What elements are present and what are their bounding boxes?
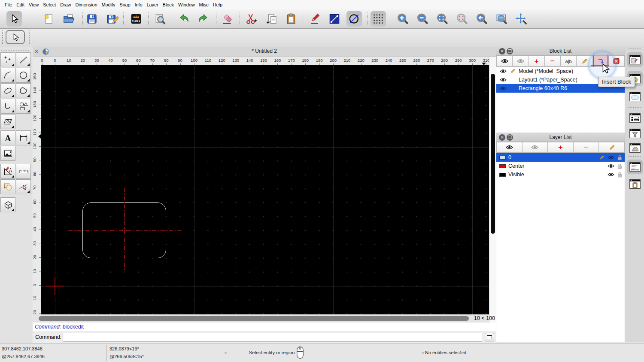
dimension-tool[interactable]	[16, 130, 31, 145]
new-document-button[interactable]	[41, 11, 56, 27]
rename-block-button[interactable]: a|b	[561, 56, 577, 66]
grid-toggle-button[interactable]	[371, 11, 386, 27]
hide-all-layers-button[interactable]	[522, 142, 548, 153]
drawing-canvas[interactable]	[41, 65, 489, 314]
menu-edit[interactable]: Edit	[16, 2, 24, 7]
save-button[interactable]	[84, 11, 100, 27]
ruler-label: 270	[427, 58, 434, 63]
layer-color-swatch[interactable]	[499, 173, 506, 177]
selection-panel-toggle[interactable]	[627, 89, 643, 104]
command-line-toggle[interactable]	[627, 160, 643, 174]
layer-row-visible[interactable]: Visible	[496, 170, 625, 179]
lock-icon[interactable]	[617, 172, 622, 178]
menu-layer[interactable]: Layer	[147, 2, 158, 7]
misc-draw-tool[interactable]	[0, 164, 15, 179]
line-tool[interactable]	[16, 52, 31, 67]
auto-zoom-button[interactable]	[434, 11, 450, 27]
draw-point-button[interactable]	[307, 11, 323, 27]
block-list-toggle[interactable]	[627, 111, 643, 125]
pattern-panel-toggle[interactable]	[627, 141, 643, 155]
modify-trim-tool[interactable]	[16, 179, 31, 194]
paste-button[interactable]	[283, 11, 299, 27]
line-tool-button[interactable]	[327, 11, 342, 27]
selection-filter-toggle[interactable]	[627, 126, 643, 141]
menu-view[interactable]: View	[29, 2, 39, 7]
ellipse-tool[interactable]	[0, 83, 15, 98]
ruler-label: 240	[386, 58, 392, 63]
vertical-scrollbar[interactable]	[489, 57, 496, 323]
property-editor-toggle[interactable]	[627, 52, 643, 67]
menu-draw[interactable]: Draw	[60, 2, 71, 7]
open-file-button[interactable]	[61, 11, 76, 27]
points-tool[interactable]	[0, 52, 15, 67]
menu-snap[interactable]: Snap	[119, 2, 130, 7]
layer-color-swatch[interactable]	[499, 156, 506, 160]
menu-select[interactable]: Select	[43, 2, 56, 7]
eye-icon[interactable]	[500, 69, 507, 73]
add-block-button[interactable]: +	[529, 56, 545, 66]
eye-icon[interactable]	[608, 164, 614, 168]
horizontal-scrollbar[interactable]	[33, 314, 489, 323]
polyline-tool[interactable]	[0, 99, 15, 114]
selection-pointer-button[interactable]	[6, 11, 22, 27]
print-preview-button[interactable]	[152, 11, 167, 27]
hide-all-blocks-button[interactable]	[513, 56, 529, 66]
dock-handle[interactable]	[629, 48, 641, 49]
modify-tool[interactable]	[0, 179, 15, 194]
edit-layer-button[interactable]	[599, 142, 625, 153]
h-scrollbar-thumb[interactable]	[39, 316, 469, 321]
menu-dimension[interactable]: Dimension	[75, 2, 97, 7]
layer-row-0[interactable]: 0	[496, 153, 625, 162]
zoom-in-button[interactable]	[395, 11, 410, 27]
redo-button[interactable]	[196, 11, 211, 27]
circle-tool-button[interactable]	[346, 11, 362, 27]
palette-handle[interactable]	[1, 50, 29, 51]
menu-block[interactable]: Block	[163, 2, 174, 7]
command-options-button[interactable]	[485, 333, 494, 341]
menu-misc[interactable]: Misc	[199, 2, 209, 7]
menu-window[interactable]: Window	[178, 2, 195, 7]
lock-icon[interactable]	[617, 155, 622, 160]
pan-button[interactable]	[513, 11, 529, 27]
circle-tool[interactable]	[16, 68, 31, 83]
menu-help[interactable]: Help	[213, 2, 222, 7]
hatch-tool[interactable]	[0, 114, 15, 129]
show-all-blocks-button[interactable]	[496, 56, 513, 66]
menu-file[interactable]: File	[5, 2, 12, 7]
shapes-tool[interactable]	[16, 99, 31, 114]
solid-tool[interactable]	[0, 197, 15, 212]
menu-info[interactable]: Info	[135, 2, 143, 7]
menu-modify[interactable]: Modify	[101, 2, 115, 7]
lock-icon[interactable]	[617, 163, 622, 169]
delete-entities-button[interactable]	[220, 11, 235, 27]
eye-icon[interactable]	[608, 172, 614, 177]
v-scrollbar-thumb[interactable]	[491, 74, 495, 234]
clipboard-panel-toggle[interactable]	[627, 177, 643, 191]
previous-view-button[interactable]	[474, 11, 489, 27]
image-tool[interactable]	[0, 146, 15, 161]
undo-button[interactable]	[176, 11, 191, 27]
zoom-out-button[interactable]	[415, 11, 430, 27]
remove-layer-button[interactable]: −	[574, 142, 599, 153]
svg-export-button[interactable]: SVG	[128, 11, 144, 27]
eye-icon[interactable]	[500, 86, 507, 90]
zoom-window-button[interactable]	[494, 11, 509, 27]
eye-icon[interactable]	[608, 155, 614, 160]
layer-row-center[interactable]: Center	[496, 162, 625, 170]
save-as-button[interactable]	[104, 11, 120, 27]
layer-color-swatch[interactable]	[499, 164, 506, 168]
cut-button[interactable]	[243, 11, 259, 27]
remove-block-button[interactable]: −	[545, 56, 561, 66]
document-tab-title[interactable]: * Untitled 2	[33, 48, 496, 54]
text-tool[interactable]: A	[0, 130, 15, 145]
spline-tool[interactable]	[16, 83, 31, 98]
add-layer-button[interactable]: +	[548, 142, 574, 153]
copy-button[interactable]	[264, 11, 279, 27]
measure-tool[interactable]	[16, 164, 31, 179]
show-all-layers-button[interactable]	[496, 142, 522, 153]
eye-icon[interactable]	[500, 78, 507, 82]
zoom-selection-button[interactable]	[454, 11, 470, 27]
arc-tool[interactable]	[0, 68, 15, 83]
command-input[interactable]	[63, 333, 482, 342]
selection-tool-current[interactable]	[6, 30, 25, 44]
